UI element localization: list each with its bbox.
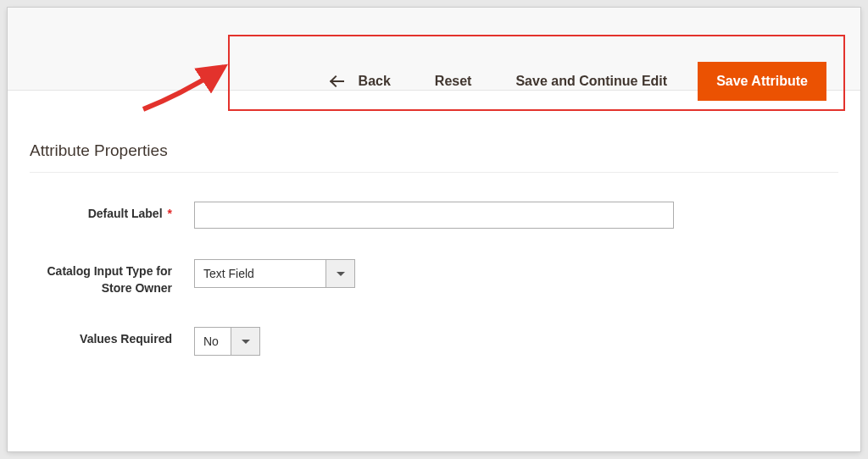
- section-title: Attribute Properties: [30, 141, 838, 173]
- default-label-control: [194, 202, 674, 229]
- save-continue-button[interactable]: Save and Continue Edit: [493, 65, 689, 97]
- values-required-control: No: [194, 327, 260, 356]
- catalog-input-value: Text Field: [195, 260, 326, 287]
- window: Back Reset Save and Continue Edit Save A…: [8, 8, 860, 451]
- reset-button[interactable]: Reset: [413, 65, 494, 97]
- values-required-chevron-down-icon: [231, 328, 259, 355]
- catalog-input-label: Catalog Input Type for Store Owner: [30, 259, 194, 296]
- content-area: Attribute Properties Default Label* Cata…: [8, 91, 860, 451]
- values-required-select[interactable]: No: [194, 327, 260, 356]
- field-catalog-input-type: Catalog Input Type for Store Owner Text …: [30, 259, 838, 296]
- reset-label: Reset: [435, 74, 472, 89]
- required-asterisk: *: [168, 207, 172, 220]
- catalog-input-control: Text Field: [194, 259, 355, 288]
- values-required-label: Values Required: [30, 327, 194, 348]
- catalog-input-select[interactable]: Text Field: [194, 259, 355, 288]
- save-continue-label: Save and Continue Edit: [515, 74, 667, 89]
- save-attribute-button[interactable]: Save Attribute: [698, 62, 826, 101]
- catalog-input-chevron-down-icon: [326, 260, 354, 287]
- back-label: Back: [359, 74, 391, 89]
- toolbar: Back Reset Save and Continue Edit Save A…: [8, 8, 860, 91]
- field-values-required: Values Required No: [30, 327, 838, 356]
- back-button[interactable]: Back: [309, 65, 413, 97]
- save-attribute-label: Save Attribute: [716, 74, 808, 89]
- toolbar-actions: Back Reset Save and Continue Edit Save A…: [309, 62, 826, 101]
- field-default-label: Default Label*: [30, 202, 838, 229]
- default-label-label: Default Label*: [30, 202, 194, 223]
- values-required-value: No: [195, 328, 231, 355]
- arrow-left-icon: [331, 75, 347, 87]
- default-label-input[interactable]: [194, 202, 674, 229]
